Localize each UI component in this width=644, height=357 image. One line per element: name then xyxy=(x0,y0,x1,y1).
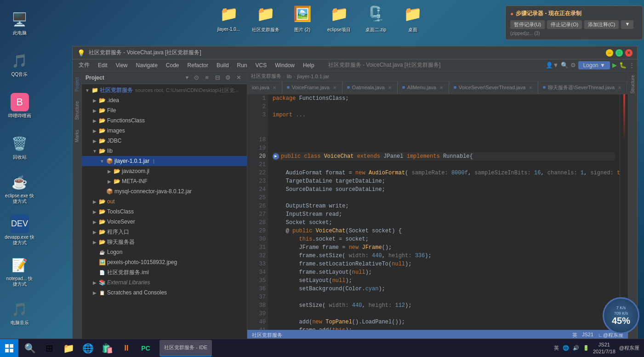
desktop-icon-eclipse[interactable]: ☕ eclipse.exe 快捷方式 xyxy=(2,170,37,207)
run-icon[interactable]: ▶ xyxy=(612,62,617,69)
tab-oatmeala[interactable]: Oatmeala.java ✕ xyxy=(342,81,398,94)
tree-idea[interactable]: ▶ 📂 .idea xyxy=(82,95,247,105)
start-button[interactable] xyxy=(0,339,18,357)
menu-build[interactable]: Build xyxy=(213,61,233,69)
desktop-icon-music1[interactable]: 🎵 电脑音乐 xyxy=(2,294,37,331)
more-icon[interactable]: ⋮ xyxy=(629,62,635,69)
tree-iml[interactable]: ▶ 📄 社区党群服务.iml xyxy=(82,267,247,277)
breadcrumb-0[interactable]: 社区党群服务 xyxy=(251,73,281,80)
breadcrumb-2[interactable]: jlayer-1.0.1.jar xyxy=(297,74,329,79)
runnable-icon[interactable]: ▶ xyxy=(273,153,279,160)
desktop-icon-recycle[interactable]: 🗑️ 回收站 xyxy=(2,129,37,166)
menu-edit[interactable]: Edit xyxy=(94,61,111,69)
notif-stop-btn[interactable]: 停止记录(O) xyxy=(547,20,582,29)
tree-jlayer[interactable]: ▼ 📦 jlayer-1.0.1.jar | xyxy=(82,156,247,166)
expand-icon[interactable]: ≡ xyxy=(202,73,211,82)
tree-metainf[interactable]: ▶ 📂 META-INF xyxy=(82,176,247,186)
taskbar-taskview-icon[interactable]: ⊞ xyxy=(40,339,58,357)
tree-logon[interactable]: ▶ ☕ Logon xyxy=(82,247,247,257)
side-tab-structure[interactable]: Structure xyxy=(74,98,80,124)
tab-ion[interactable]: ion.java ✕ xyxy=(247,81,282,94)
notif-more-btn[interactable]: ▼ xyxy=(621,20,633,29)
menu-window[interactable]: Window xyxy=(271,61,298,69)
taskbar-app-ide[interactable]: 社区党群服务 - IDE xyxy=(160,340,212,357)
menu-refactor[interactable]: Refactor xyxy=(184,61,212,69)
tree-out[interactable]: ▶ 📂 out xyxy=(82,196,247,207)
side-tab-marks[interactable]: Marks xyxy=(74,126,80,146)
tree-images[interactable]: ▶ 📂 images xyxy=(82,126,247,136)
side-tab-project[interactable]: Project xyxy=(74,74,80,95)
desktop-icon-bilibili[interactable]: B 哔哩哔哩画 xyxy=(2,87,37,124)
notif-pause-btn[interactable]: 暂停记录(U) xyxy=(510,20,545,29)
tab-chat-thread[interactable]: 聊天服务器\SeverThread.java ✕ xyxy=(538,81,627,94)
tab-voicesever-thread[interactable]: VoiceSever\SeverThread.java ✕ xyxy=(449,81,539,94)
tree-photo[interactable]: ▶ 🖼️ pexels-photo-10158932.jpeg xyxy=(82,257,247,267)
tree-root[interactable]: ▼ 📁 社区党群服务 sources root, C:\Users\CDN\De… xyxy=(82,85,247,95)
notif-add-btn[interactable]: 添加注释(C) xyxy=(584,20,619,29)
tree-javazoom[interactable]: ▶ 📂 javazoom.jl xyxy=(82,166,247,176)
breadcrumb-1[interactable]: lib xyxy=(287,74,292,79)
desktop-icon-pics[interactable]: 🖼️ 图片 (2) xyxy=(285,2,319,33)
menu-view[interactable]: View xyxy=(112,61,131,69)
desktop-icon-party[interactable]: 📁 社区党群服务 xyxy=(248,2,283,33)
tree-mysql[interactable]: ▶ 📦 mysql-connector-java-8.0.12.jar xyxy=(82,186,247,196)
desktop-icon-pc[interactable]: 🖥️ 此电脑 xyxy=(2,5,37,41)
taskbar-edge-icon[interactable]: 🌐 xyxy=(79,339,97,357)
taskbar-search-icon[interactable]: 🔍 xyxy=(21,339,39,357)
tree-lib[interactable]: ▼ 📂 lib xyxy=(82,146,247,156)
menu-file[interactable]: 文件 xyxy=(75,60,93,70)
search-everywhere-icon[interactable]: 🔍 xyxy=(561,62,568,69)
tree-entry[interactable]: ▶ 📂 程序入口 xyxy=(82,227,247,237)
close-button[interactable]: ✕ xyxy=(625,49,633,57)
tab-allmenu-close[interactable]: ✕ xyxy=(439,85,444,90)
tree-toolsclass[interactable]: ▶ 📂 ToolsClass xyxy=(82,207,247,217)
taskbar-clock[interactable]: JS21 2021/7/18 xyxy=(593,341,616,355)
taskbar-speaker-icon[interactable]: 🔊 xyxy=(573,345,579,351)
desktop-icon-jlayer[interactable]: 📁 jlayer-1.0... xyxy=(211,2,246,33)
tree-jdbc[interactable]: ▶ 📂 JDBC xyxy=(82,136,247,146)
debug-icon[interactable]: 🐛 xyxy=(619,62,627,69)
tree-file[interactable]: ▶ 📂 File xyxy=(82,105,247,115)
settings-project-icon[interactable]: ⚙ xyxy=(223,73,233,82)
taskbar-pycharm-tb-icon[interactable]: PC xyxy=(137,339,155,357)
taskbar-file-icon[interactable]: 📁 xyxy=(59,339,78,357)
taskbar-network-icon[interactable]: 🌐 xyxy=(563,345,569,351)
menu-code[interactable]: Code xyxy=(162,61,183,69)
taskbar-store-icon[interactable]: 🛍️ xyxy=(98,339,116,357)
tree-functionsclass[interactable]: ▶ 📂 FunctionsClass xyxy=(82,115,247,126)
user-icon[interactable]: 👤▼ xyxy=(546,62,559,69)
tab-voiceframe-close[interactable]: ✕ xyxy=(332,85,337,90)
menu-help[interactable]: Help xyxy=(299,61,318,69)
logon-button[interactable]: Logon ▼ xyxy=(578,61,610,69)
minimize-button[interactable]: ─ xyxy=(606,49,613,57)
desktop-icon-zip[interactable]: 🗜️ 桌面二.zip xyxy=(359,2,393,33)
menu-run[interactable]: Run xyxy=(234,61,251,69)
taskbar-idea-icon[interactable]: II xyxy=(117,339,136,357)
maximize-button[interactable]: □ xyxy=(616,49,623,57)
tab-vsthread-close[interactable]: ✕ xyxy=(528,85,533,90)
tab-oatmeala-close[interactable]: ✕ xyxy=(387,85,393,90)
taskbar-battery-icon[interactable]: 🔋 xyxy=(583,345,589,351)
desktop-icon-notepad[interactable]: 📝 notepad... 快捷方式 xyxy=(2,253,37,290)
tab-allmenu[interactable]: AllMenu.java ✕ xyxy=(398,81,449,94)
tab-voiceframe[interactable]: VoiceFrame.java ✕ xyxy=(282,81,342,94)
desktop-icon-desktop[interactable]: 📁 桌面 xyxy=(395,2,430,33)
side-tab-right-structure[interactable]: Structure xyxy=(629,71,636,98)
menu-vcs[interactable]: VCS xyxy=(252,61,271,69)
close-panel-icon[interactable]: ✕ xyxy=(234,73,243,82)
tree-external[interactable]: ▶ 📚 External Libraries xyxy=(82,277,247,288)
tree-scratches[interactable]: ▶ 📋 Scratches and Consoles xyxy=(82,288,247,298)
tree-voicesever[interactable]: ▶ 📂 VoiceSever xyxy=(82,217,247,227)
settings-icon[interactable]: ⚙ xyxy=(570,62,576,69)
tab-ion-close[interactable]: ✕ xyxy=(272,85,277,90)
tab-chatthread-close[interactable]: ✕ xyxy=(617,85,622,90)
desktop-icon-qqmusic[interactable]: 🎵 QQ音乐 xyxy=(2,46,37,83)
project-dropdown-icon[interactable]: ▼ xyxy=(185,75,189,80)
desktop-icon-devapp[interactable]: DEV devapp.exe 快捷方式 xyxy=(2,212,37,248)
locate-icon[interactable]: ⊙ xyxy=(192,73,201,82)
tree-chatserver[interactable]: ▶ 📂 聊天服务器 xyxy=(82,237,247,247)
collapse-icon[interactable]: ⊟ xyxy=(213,73,222,82)
code-content[interactable]: package FunctionsClass; import ... ▶ pub… xyxy=(268,94,620,330)
desktop-icon-eclipseproject[interactable]: 📁 eclipse项目 xyxy=(322,2,356,33)
menu-navigate[interactable]: Navigate xyxy=(132,61,161,69)
